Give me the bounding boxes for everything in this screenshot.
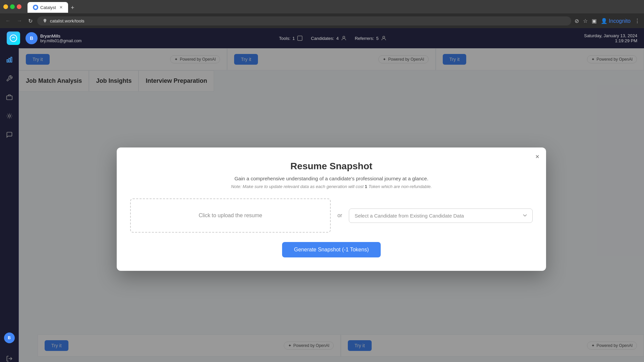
sidebar-item-briefcase[interactable] [3,91,15,103]
candidate-select[interactable]: Select a Candidate from Existing Candida… [349,208,533,223]
user-info: BryanMills bry.mills01@gmail.com [40,34,82,43]
sidebar-item-logout[interactable] [3,353,15,362]
resume-snapshot-modal: × Resume Snapshot Gain a comprehensive u… [117,147,546,271]
sidebar-toggle-icon[interactable]: ▣ [592,18,597,24]
close-window-button[interactable] [17,4,21,9]
sidebar-item-tools[interactable] [3,72,15,84]
svg-rect-7 [11,57,12,62]
modal-note: Note: Make sure to update relevant data … [130,184,533,189]
new-tab-button[interactable]: + [69,3,76,13]
sidebar-item-lightbulb[interactable] [3,110,15,122]
modal-title: Resume Snapshot [130,161,533,172]
sidebar-item-chart[interactable] [3,54,15,66]
modal-close-button[interactable]: × [535,153,539,161]
tools-stat: Tools: 1 [279,35,303,41]
menu-icon[interactable]: ⋮ [635,18,640,24]
header-right: Saturday, January 13, 2024 1:19:29 PM [584,33,637,43]
svg-rect-5 [7,60,8,62]
app-header: B BryanMills bry.mills01@gmail.com Tools… [0,28,644,48]
svg-rect-6 [9,58,10,62]
svg-point-9 [8,115,10,117]
app-container: B Try it ✦ Powered by OpenAI Try it ✦ Po… [0,48,644,362]
window-controls[interactable] [3,4,21,9]
candidates-count: 4 [336,36,338,41]
user-name: BryanMills [40,34,82,39]
svg-point-3 [343,36,345,38]
modal-overlay[interactable]: × Resume Snapshot Gain a comprehensive u… [19,48,644,362]
minimize-button[interactable] [3,4,8,9]
reload-button[interactable]: ↻ [27,16,34,25]
svg-rect-8 [6,96,12,100]
candidates-icon [341,35,347,41]
time: 1:19:29 PM [584,38,637,43]
tab-favicon [33,5,38,10]
modal-inputs: Click to upload the resume or Select a C… [130,198,533,233]
tools-count: 1 [292,36,295,41]
modal-subtitle: Gain a comprehensive understanding of a … [130,176,533,181]
upload-label: Click to upload the resume [199,213,262,219]
tab-close-button[interactable]: ✕ [59,5,63,10]
browser-toolbar-icons: ⊘ ☆ ▣ 👤 Incognito ⋮ [575,18,640,24]
candidates-label: Candidates: [311,36,334,41]
active-tab[interactable]: Catalyst ✕ [28,2,68,13]
forward-button[interactable]: → [15,16,23,25]
tools-label: Tools: [279,36,290,41]
referrers-label: Referrers: [355,36,374,41]
referrers-icon [381,35,387,41]
app-logo [7,32,20,45]
header-stats: Tools: 1 Candidates: 4 Referrers: 5 [279,35,387,41]
sidebar-user-avatar[interactable]: B [4,333,15,343]
bookmark-icon[interactable]: ☆ [583,18,588,24]
main-content: Try it ✦ Powered by OpenAI Try it ✦ Powe… [19,48,644,362]
datetime: Saturday, January 13, 2024 1:19:29 PM [584,33,637,43]
date: Saturday, January 13, 2024 [584,33,637,38]
profile-icon[interactable]: 👤 Incognito [601,18,631,24]
reading-mode-icon[interactable]: ⊘ [575,18,579,24]
candidates-stat: Candidates: 4 [311,35,347,41]
resume-upload-zone[interactable]: Click to upload the resume [130,198,331,233]
or-divider: or [337,213,342,219]
svg-point-1 [10,35,17,42]
url-text: catalist.work/tools [50,18,85,23]
tools-icon [297,35,303,41]
svg-point-0 [34,6,37,9]
svg-rect-2 [298,36,302,41]
header-left: B BryanMills bry.mills01@gmail.com [7,32,82,45]
tab-bar: Catalyst ✕ + [24,1,79,13]
address-bar: ← → ↻ catalist.work/tools ⊘ ☆ ▣ 👤 Incogn… [0,13,644,28]
back-button[interactable]: ← [4,16,12,25]
user-email: bry.mills01@gmail.com [40,39,82,43]
url-bar[interactable]: catalist.work/tools [37,16,571,25]
sidebar-item-chat[interactable] [3,129,15,141]
maximize-button[interactable] [10,4,15,9]
user-avatar[interactable]: B [25,32,38,44]
tab-title: Catalyst [40,5,56,10]
sidebar: B [0,48,19,362]
browser-title-bar: Catalyst ✕ + [0,0,644,13]
generate-snapshot-button[interactable]: Generate Snapshot (-1 Tokens) [282,242,381,257]
referrers-stat: Referrers: 5 [355,35,387,41]
browser-chrome: Catalyst ✕ + ← → ↻ catalist.work/tools ⊘… [0,0,644,28]
referrers-count: 5 [376,36,378,41]
svg-point-4 [383,36,385,38]
